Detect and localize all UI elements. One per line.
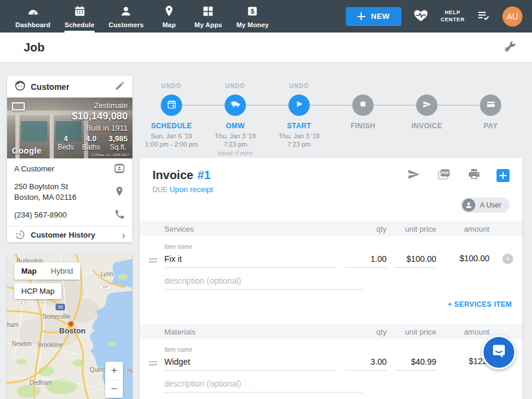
nav-item-customers[interactable]: Customers (102, 0, 151, 33)
nav-item-my-apps[interactable]: My Apps (187, 0, 229, 33)
contact-card-icon[interactable] (113, 163, 125, 176)
material-description-input[interactable] (164, 378, 363, 392)
materials-header-band: Materials qty unit price amount (140, 324, 523, 339)
route-badge-93: 93 (56, 304, 65, 310)
invoice-number[interactable]: #1 (197, 168, 210, 182)
nav-label: My Apps (194, 21, 222, 28)
nav-label: Map (163, 21, 176, 28)
app-window: Dashboard Schedule Customers Map My Apps… (0, 0, 532, 399)
schedule-step-button[interactable] (161, 95, 182, 116)
customer-address: 250 Boylston StBoston, MA 02116 (14, 181, 113, 202)
built-year: Built in 1911 (57, 124, 128, 132)
customer-name-row: A Customer (7, 158, 132, 180)
help-center-line2: CENTER (440, 17, 465, 24)
svg-text:PDF: PDF (442, 171, 449, 175)
map-type-toggle: Map Hybrid (14, 262, 80, 280)
step-date: Thu, Jan 3 '197:23 pm (278, 132, 319, 149)
location-pin-icon[interactable] (113, 186, 125, 199)
amount-column-header: amount (436, 225, 489, 233)
assigned-user-chip[interactable]: A User (460, 197, 510, 213)
property-photo[interactable]: Zestimate $10,149,080 Built in 1911 4Bed… (7, 98, 132, 158)
plus-icon (358, 12, 365, 20)
property-stats: 4Beds 4.0Baths 3,985Sq.ft. (57, 134, 128, 151)
service-qty-input[interactable] (345, 253, 387, 268)
step-label: START (287, 122, 311, 130)
phone-icon[interactable] (114, 209, 125, 222)
help-center-line1: HELP (440, 9, 465, 17)
add-services-item-button[interactable]: + SERVICES ITEM (447, 300, 512, 309)
map-type-hybrid-button[interactable]: Hybrid (44, 262, 80, 280)
delete-service-item-button[interactable]: × (502, 254, 513, 264)
checklist-icon[interactable] (476, 8, 491, 25)
material-item-row: Item name $122. (140, 339, 523, 371)
nav-item-dashboard[interactable]: Dashboard (8, 0, 57, 33)
drag-handle-icon[interactable] (149, 258, 157, 262)
undo-start-button[interactable]: UNDO (289, 83, 309, 90)
new-button[interactable]: NEW (346, 7, 402, 26)
route-badge-107: 107 (99, 284, 111, 290)
undo-schedule-button[interactable]: UNDO (161, 83, 181, 90)
map-type-map-button[interactable]: Map (14, 262, 44, 280)
nav-item-my-money[interactable]: $ My Money (229, 0, 276, 33)
page-title: Job (24, 41, 45, 54)
drag-handle-icon[interactable] (149, 361, 157, 365)
health-heart-icon[interactable] (413, 8, 429, 25)
money-icon: $ (246, 5, 259, 19)
pdf-button[interactable]: PDF (436, 167, 452, 183)
unit-price-column-header: unit price (387, 225, 436, 233)
customer-card-header: Customer (7, 76, 132, 98)
undo-omw-button[interactable]: UNDO (225, 83, 245, 90)
timeline-step-finish: FINISH (331, 78, 395, 157)
user-avatar[interactable]: AU (502, 7, 523, 27)
item-name-label: Item name (164, 346, 337, 353)
unit-price-field (387, 253, 436, 268)
job-tools-button[interactable] (502, 40, 517, 56)
pdf-icon: PDF (436, 167, 452, 183)
map-label: Somerville (43, 313, 70, 320)
materials-section-title: Materials (164, 327, 337, 336)
start-step-button[interactable] (288, 95, 310, 116)
service-name-input[interactable] (164, 253, 337, 268)
material-qty-input[interactable] (345, 356, 387, 371)
map-widget[interactable]: Burlington Lynn Somerville ham Boston Ne… (7, 254, 132, 399)
due-terms-link[interactable]: Upon receipt (170, 185, 213, 194)
help-center-button[interactable]: HELP CENTER (440, 9, 465, 23)
timeline-step-schedule: UNDO SCHEDULE Sun, Jan 6 '191:00 pm - 2:… (140, 78, 203, 157)
history-icon (14, 229, 25, 242)
invoice-step-button[interactable] (416, 95, 437, 116)
material-description-field (164, 378, 363, 392)
dashboard-icon (27, 5, 40, 19)
material-name-input[interactable] (164, 356, 337, 371)
sqft-label: Sq.ft. (108, 143, 128, 151)
hcp-map-button[interactable]: HCP Map (14, 283, 61, 299)
map-zoom-out-button[interactable]: − (105, 380, 123, 398)
invoice-title-row: Invoice #1 PDF (153, 167, 510, 183)
route-badge-2: 2 (18, 299, 25, 306)
nav-items: Dashboard Schedule Customers Map My Apps… (0, 0, 276, 33)
customer-address-row: 250 Boylston StBoston, MA 02116 (7, 180, 132, 205)
beds-value: 4 (57, 134, 73, 143)
invoice-card: Invoice #1 PDF DUE Upon receipt A User (140, 158, 523, 399)
omw-step-button[interactable] (225, 95, 246, 116)
nav-label: Customers (109, 21, 144, 28)
material-unit-price-input[interactable] (395, 356, 436, 371)
nav-item-map[interactable]: Map (151, 0, 187, 33)
customer-history-row[interactable]: Customer History › (7, 226, 132, 244)
add-invoice-item-button[interactable] (497, 169, 510, 182)
service-description-input[interactable] (164, 275, 363, 290)
chat-launcher-button[interactable] (482, 335, 516, 369)
address-line2: Boston, MA 02116 (14, 193, 76, 202)
map-zoom-in-button[interactable]: + (105, 362, 123, 379)
pay-step-button[interactable] (480, 95, 501, 116)
invoice-title: Invoice (153, 168, 193, 182)
zestimate-value: $10,149,080 (57, 111, 128, 122)
nav-item-schedule[interactable]: Schedule (57, 0, 102, 33)
send-invoice-button[interactable] (407, 167, 421, 183)
finish-step-button[interactable] (352, 95, 374, 116)
edit-customer-button[interactable] (115, 80, 125, 93)
print-button[interactable] (467, 167, 481, 183)
service-unit-price-input[interactable] (395, 253, 436, 268)
customer-face-icon (14, 80, 26, 94)
map-label: Hi (127, 368, 132, 374)
map-label: ham (7, 322, 18, 328)
